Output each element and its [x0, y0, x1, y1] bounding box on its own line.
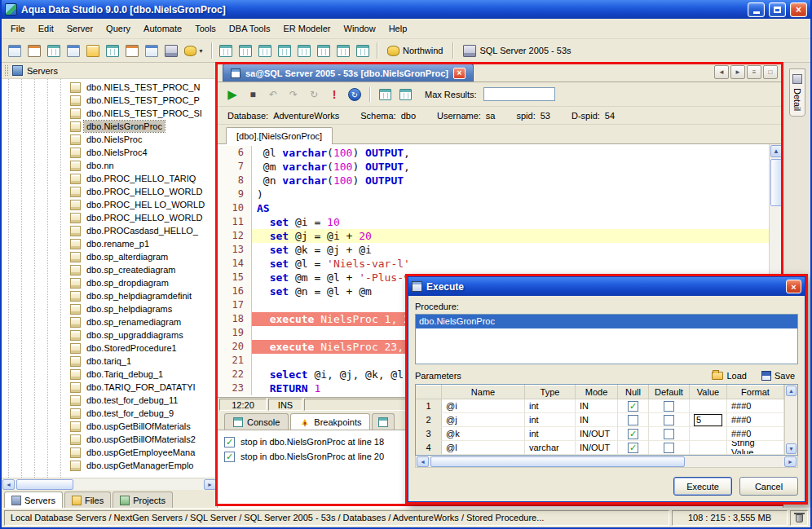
step-back-button[interactable]: ↶ [264, 86, 282, 104]
tree-item[interactable]: dbo.sp_helpdiagrams [2, 302, 217, 315]
tree-item[interactable]: dbo.NIELS_TEST_PROC_SI [2, 107, 217, 120]
tree-item[interactable]: dbo.test_for_debug_11 [2, 394, 217, 407]
title-bar[interactable]: Aqua Data Studio 9.0.0 [dbo.NielsGronPro… [2, 0, 810, 19]
tree-item[interactable]: dbo.PROCasdasd_HELLO_ [2, 224, 217, 237]
tree-item[interactable]: dbo.PROC_HELLO_WORLD [2, 211, 217, 224]
open-file-button[interactable] [84, 42, 102, 60]
tree-item[interactable]: dbo.NIELS_TEST_PROC_N [2, 81, 217, 94]
execute-to-grid-button[interactable] [376, 86, 394, 104]
dialog-title-bar[interactable]: Execute × [408, 277, 805, 296]
tree-item[interactable]: dbo.StoredProcedure1 [2, 342, 217, 355]
tree-item[interactable]: dbo.sp_creatediagram [2, 263, 217, 276]
sidebar-tab-files[interactable]: Files [64, 492, 111, 508]
execute-confirm-button[interactable]: Execute [673, 477, 732, 496]
tab-extra[interactable] [372, 413, 395, 430]
null-checkbox[interactable]: ✓ [628, 401, 638, 412]
stop-query-button[interactable]: ■ [244, 86, 262, 104]
tree-horizontal-scrollbar[interactable]: ◄ ► [2, 478, 217, 490]
query-analyzer-button[interactable] [64, 42, 82, 60]
import-button[interactable] [104, 42, 121, 60]
tree-item[interactable]: dbo.nn [2, 159, 217, 172]
null-checkbox[interactable]: ✓ [628, 429, 638, 439]
tree-item[interactable]: dbo.test_for_debug_9 [2, 407, 217, 420]
tab-console[interactable]: Console [224, 413, 289, 430]
tree-item[interactable]: dbo.PROC_HELLO_WORLD [2, 185, 217, 198]
code-line[interactable]: 11 set @i = 10 [218, 215, 769, 229]
param-row[interactable]: 4@lvarcharIN/OUT✓String Value [416, 441, 784, 455]
null-checkbox[interactable]: ✓ [628, 443, 638, 453]
table-horizontal-scrollbar[interactable]: ◄ ► [415, 456, 798, 468]
tree-item[interactable]: dbo.uspGetEmployeeMana [2, 446, 217, 459]
menu-item-tools[interactable]: Tools [188, 20, 223, 37]
tree-item[interactable]: dbo.sp_upgraddiagrams [2, 328, 217, 342]
menu-item-query[interactable]: Query [99, 20, 137, 37]
code-line[interactable]: 10AS [218, 201, 769, 215]
tree-item[interactable]: dbo.rename_p1 [2, 237, 217, 250]
tree-item[interactable]: dbo.PROC_HELLO_TARIQ [2, 172, 217, 185]
results-grid-button[interactable] [217, 42, 235, 60]
tree-item[interactable]: dbo.uspGetManagerEmplo [2, 459, 217, 472]
sidebar-tab-projects[interactable]: Projects [113, 492, 173, 508]
menu-item-server[interactable]: Server [60, 20, 99, 37]
menu-item-edit[interactable]: Edit [32, 20, 60, 37]
default-checkbox[interactable] [664, 429, 674, 439]
commit-button[interactable]: ! [325, 86, 343, 104]
form-view-button[interactable] [256, 42, 274, 60]
active-database-chip[interactable]: Northwind [382, 44, 448, 58]
tree-item[interactable]: dbo.uspGetBillOfMaterials [2, 420, 217, 433]
document-tab[interactable]: sa@SQL Server 2005 - 53s [dbo.NielsGronP… [223, 64, 474, 82]
menu-item-file[interactable]: File [4, 20, 32, 37]
tree-item[interactable]: dbo.PROC_HEL LO_WORLD [2, 198, 217, 211]
tree-item[interactable]: dbo.tariq_1 [2, 355, 217, 368]
execute-to-text-button[interactable] [396, 86, 414, 104]
tree-item[interactable]: dbo.Tariq_debug_1 [2, 368, 217, 381]
scrollbar-track[interactable] [430, 456, 783, 467]
scroll-down-icon[interactable]: ▼ [786, 443, 797, 454]
tree-item[interactable]: dbo.sp_alterdiagram [2, 250, 217, 263]
messages-button[interactable] [334, 42, 352, 60]
tree-item[interactable]: dbo.NielsProc4 [2, 146, 217, 159]
param-row[interactable]: 1@iintIN✓###0 [416, 399, 784, 413]
procedure-list-item[interactable]: dbo.NielsGronProc [416, 315, 797, 328]
active-server-chip[interactable]: SQL Server 2005 - 53s [458, 43, 576, 59]
tree-item[interactable]: dbo.sp_dropdiagram [2, 276, 217, 289]
scrollbar-track[interactable] [15, 479, 203, 490]
tree-item[interactable]: dbo.NielsProc [2, 133, 217, 146]
code-line[interactable]: 7 @m varchar(100) OUTPUT, [218, 160, 769, 174]
maximize-button[interactable] [769, 2, 786, 17]
code-line[interactable]: 13 set @k = @j + @i [218, 243, 769, 257]
param-value-cell[interactable] [690, 427, 727, 441]
scroll-up-icon[interactable]: ▲ [786, 386, 797, 396]
automation-button[interactable] [162, 42, 180, 60]
export-button[interactable] [123, 42, 141, 60]
breakpoint-checkbox[interactable]: ✓ [224, 437, 235, 447]
editor-tab[interactable]: [dbo].[NielsGronProc] [226, 127, 333, 144]
register-server-button[interactable] [6, 42, 24, 60]
sidebar-tab-servers[interactable]: Servers [4, 492, 63, 508]
code-line[interactable]: 14 set @l = 'Niels-var-l' [218, 257, 769, 271]
dialog-close-button[interactable]: × [786, 280, 801, 293]
tree-item[interactable]: dbo.sp_renamediagram [2, 315, 217, 328]
resume-button[interactable]: ↻ [305, 86, 323, 104]
close-button[interactable]: × [790, 2, 807, 17]
previous-tab-button[interactable]: ◄ [714, 65, 729, 79]
step-over-button[interactable]: ↷ [285, 86, 302, 104]
execution-plan-button[interactable] [295, 42, 313, 60]
save-button[interactable]: Save [758, 370, 798, 381]
menu-item-window[interactable]: Window [338, 20, 382, 37]
code-line[interactable]: 6 @l varchar(100) OUTPUT, [218, 146, 769, 160]
cancel-button[interactable]: Cancel [739, 477, 798, 496]
param-value-cell[interactable] [690, 399, 727, 413]
default-checkbox[interactable] [664, 443, 674, 453]
param-value-cell[interactable]: 5 [690, 413, 727, 427]
tree-item[interactable]: dbo.uspGetBillOfMaterials2 [2, 433, 217, 446]
load-button[interactable]: Load [708, 370, 749, 381]
tree-item[interactable]: dbo.NIELS_TEST_PROC_P [2, 94, 217, 107]
auto-commit-button[interactable]: ↻ [346, 86, 364, 104]
param-row[interactable]: 3@kintIN/OUT✓###0 [416, 427, 784, 441]
code-line[interactable]: 9) [218, 187, 769, 201]
param-value-cell[interactable] [690, 441, 727, 455]
value-input[interactable]: 5 [694, 414, 722, 426]
execute-query-button[interactable]: ▶ [223, 86, 241, 104]
tab-list-button[interactable]: ≡ [747, 65, 761, 79]
